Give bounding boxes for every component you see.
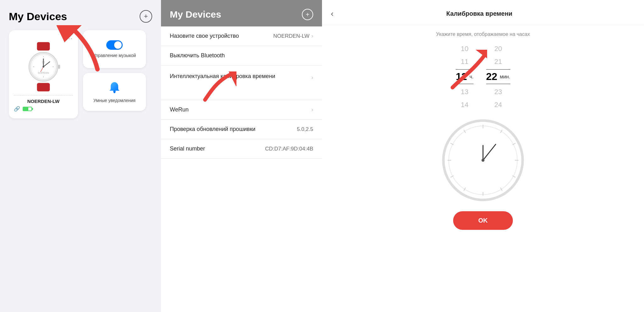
ok-button[interactable]: OK (453, 211, 513, 230)
panel1-title: My Devices (9, 10, 67, 23)
min-before-2: 21 (494, 56, 502, 67)
notifications-label: Умные уведомления (93, 98, 136, 103)
battery-icon (23, 107, 32, 111)
svg-rect-4 (58, 65, 60, 69)
list-item-werun[interactable]: WeRun › (161, 100, 322, 120)
device-name: NOERDEN-LW (14, 99, 73, 104)
list-item-time-calibration[interactable]: Интеллектуальная калибровка времени › (161, 65, 322, 100)
hour-after-2: 14 (461, 99, 468, 110)
feature-card-music[interactable]: Управление музыкой (83, 30, 146, 68)
list-item-bluetooth[interactable]: Выключить Bluetooth (161, 46, 322, 65)
bell-icon (108, 81, 121, 95)
panel1-add-button[interactable]: + (140, 10, 152, 23)
svg-line-34 (483, 144, 496, 160)
svg-line-22 (500, 130, 502, 133)
watch-svg: NOERDEN (23, 42, 64, 92)
list-item-serial[interactable]: Serial number CD:D7:AF:9D:04:4B (161, 139, 322, 159)
link-icon: 🔗 (14, 106, 20, 112)
watch-illustration: NOERDEN (23, 42, 64, 92)
svg-line-29 (451, 176, 454, 178)
panel2-title: My Devices (170, 9, 221, 20)
panel2-list: Назовите свое устройство NOERDEN-LW › Вы… (161, 26, 322, 312)
min-value: 22 (486, 71, 497, 82)
hour-before-1: 10 (461, 43, 468, 54)
hour-selected[interactable]: 12 ч. (456, 69, 473, 84)
svg-point-35 (481, 159, 484, 162)
panel3-title: Калибровка времени (340, 10, 619, 17)
hour-value: 12 (456, 71, 467, 82)
svg-rect-0 (37, 42, 50, 51)
devices-row: ··· NOERDEN (9, 30, 152, 118)
battery-fill (23, 107, 28, 111)
list-item-device-name[interactable]: Назовите свое устройство NOERDEN-LW › (161, 26, 322, 46)
svg-line-31 (451, 143, 454, 145)
panel1-header: My Devices + (9, 10, 152, 23)
panel3-content: Укажите время, отображаемое на часах 10 … (322, 25, 644, 312)
min-after-1: 23 (494, 87, 502, 97)
device-status: 🔗 (14, 106, 73, 112)
panel2-header: My Devices + (161, 0, 322, 26)
hour-before-2: 11 (461, 56, 468, 67)
svg-rect-1 (37, 83, 50, 92)
svg-line-25 (512, 176, 515, 178)
panel2-add-button[interactable]: + (302, 9, 313, 20)
music-toggle[interactable] (106, 40, 123, 50)
panel3-header: ‹ Калибровка времени (322, 0, 644, 25)
music-label: Управление музыкой (93, 53, 136, 58)
time-picker: 10 11 12 ч. 13 14 20 21 22 мин. 23 24 (456, 43, 510, 110)
feature-card-notifications[interactable]: Умные уведомления (83, 73, 146, 111)
device-more-menu[interactable]: ··· (66, 35, 73, 42)
min-selected[interactable]: 22 мин. (486, 69, 510, 84)
device-card-main[interactable]: ··· NOERDEN (9, 30, 78, 118)
hours-column: 10 11 12 ч. 13 14 (456, 43, 473, 110)
clock-ticks-svg (445, 122, 521, 199)
calibration-subtitle: Укажите время, отображаемое на часах (436, 31, 530, 37)
hour-after-1: 13 (461, 87, 468, 97)
min-unit: мин. (500, 74, 510, 80)
panel-1: My Devices + ··· (0, 0, 161, 312)
list-item-firmware[interactable]: Проверка обновлений прошивки 5.0,2.5 (161, 120, 322, 139)
minutes-column: 20 21 22 мин. 23 24 (486, 43, 510, 110)
toggle-thumb (114, 41, 122, 49)
panel-3: ‹ Калибровка времени Укажите время, отоб… (322, 0, 644, 312)
svg-line-23 (512, 143, 515, 145)
svg-text:NOERDEN: NOERDEN (38, 72, 49, 74)
back-button[interactable]: ‹ (330, 8, 335, 20)
svg-line-28 (464, 188, 466, 191)
svg-line-32 (464, 130, 466, 133)
min-before-1: 20 (494, 43, 502, 54)
feature-cards-col: Управление музыкой Умные уведомл (83, 30, 146, 118)
svg-line-26 (500, 188, 502, 191)
clock-face (442, 119, 524, 201)
device-divider (14, 95, 73, 95)
hour-unit: ч. (469, 74, 474, 80)
svg-point-11 (42, 66, 44, 67)
min-after-2: 24 (494, 99, 502, 110)
svg-point-17 (114, 91, 115, 93)
panel-2: My Devices + Назовите свое устройство NO… (161, 0, 322, 312)
